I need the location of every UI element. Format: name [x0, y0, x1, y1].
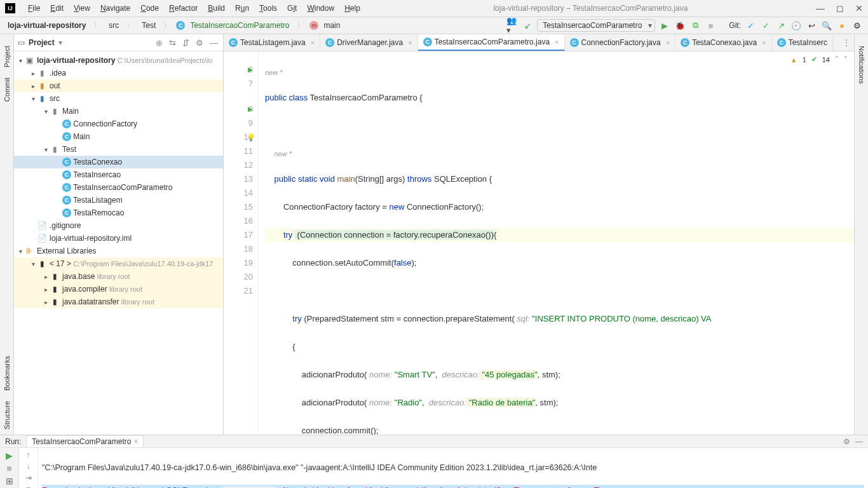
breadcrumb-class[interactable]: TestaInsercaoComParametro — [187, 21, 292, 30]
git-history-icon[interactable]: 🕘 — [790, 20, 802, 31]
menu-build[interactable]: Build — [203, 4, 230, 13]
down-icon[interactable]: ↓ — [27, 462, 31, 471]
menu-edit[interactable]: Edit — [45, 4, 69, 13]
ide-update-icon[interactable]: ● — [836, 20, 848, 31]
menu-tools[interactable]: Tools — [254, 4, 282, 13]
hide-icon[interactable]: — — [208, 38, 219, 48]
tab-drivermanager[interactable]: CDriverManager.java× — [320, 34, 417, 51]
menu-run[interactable]: Run — [230, 4, 254, 13]
ok-icon: ✔ — [811, 55, 817, 64]
warning-icon: ▲ — [790, 56, 797, 64]
coverage-icon[interactable]: ⧉ — [689, 20, 701, 31]
tab-active[interactable]: CTestaInsercaoComParametro.java× — [418, 34, 565, 51]
run-toolbar-left: ▶ ■ ⊞ 👁 📷 — [0, 448, 19, 488]
layout-icon[interactable]: ⊞ — [6, 476, 13, 486]
menu-git[interactable]: Git — [282, 4, 302, 13]
dropdown-icon[interactable]: ▾ — [58, 38, 62, 47]
breadcrumb-sep: 〉 — [91, 20, 104, 31]
minimize-button[interactable]: ― — [816, 3, 825, 13]
tab-structure[interactable]: Structure — [2, 396, 12, 435]
collapse-icon[interactable]: ⇵ — [181, 38, 191, 48]
breadcrumb-test[interactable]: Test — [139, 21, 158, 30]
tab-project[interactable]: Project — [2, 41, 12, 72]
settings-icon[interactable]: ⚙ — [194, 38, 205, 48]
tab-bookmarks[interactable]: Bookmarks — [2, 351, 12, 396]
git-rollback-icon[interactable]: ↩ — [806, 20, 817, 31]
menu-navigate[interactable]: Navigate — [95, 4, 135, 13]
folder-icon: ▭ — [18, 38, 25, 47]
breadcrumb-method[interactable]: main — [321, 21, 342, 30]
editor-area: CTestaListagem.java× CDriverManager.java… — [224, 34, 854, 435]
code-editor[interactable]: ▲1 ✔14 ˄ ˅ 6 7 8 9 10 11 12 13 14 15 16 … — [224, 51, 854, 435]
menu-file[interactable]: File — [23, 4, 45, 13]
expand-icon[interactable]: ⇆ — [168, 38, 177, 48]
inspection-widget[interactable]: ▲1 ✔14 ˄ ˅ — [790, 55, 848, 64]
left-tool-strip: Project Commit Bookmarks Structure — [0, 34, 14, 435]
menu-bar: IJ File Edit View Navigate Code Refactor… — [0, 0, 868, 17]
project-panel-title: Project — [29, 38, 55, 47]
gear-icon[interactable]: ⚙ — [843, 437, 850, 446]
run-tab[interactable]: TestaInsercaoComParametro × — [26, 435, 144, 447]
git-push-icon[interactable]: ↗ — [775, 20, 787, 31]
menu-refactor[interactable]: Refactor — [164, 4, 203, 13]
run-tool-window: Run: TestaInsercaoComParametro × ⚙ — ▶ ■… — [0, 435, 868, 488]
method-icon: m — [309, 21, 318, 30]
run-config-select[interactable]: TestaInsercaoComParametro — [537, 19, 655, 32]
app-logo: IJ — [5, 3, 15, 13]
window-title: loja-virtual-repository – TestaInsercaoC… — [365, 4, 816, 13]
class-icon: C — [176, 21, 185, 30]
users-icon[interactable]: 👥▾ — [506, 20, 518, 31]
chevron-down-icon[interactable]: ˅ — [844, 55, 848, 64]
more-icon[interactable]: ⋮ — [843, 38, 850, 47]
maximize-button[interactable]: ◻ — [836, 3, 844, 13]
chevron-up-icon[interactable]: ˄ — [835, 55, 839, 64]
search-icon[interactable]: 🔍 — [821, 20, 832, 31]
menu-code[interactable]: Code — [135, 4, 164, 13]
editor-tabs: CTestaListagem.java× CDriverManager.java… — [224, 34, 854, 51]
menu-window[interactable]: Window — [302, 4, 339, 13]
git-update-icon[interactable]: ✓ — [745, 20, 756, 31]
project-tree[interactable]: ▾▣loja-virtual-repository C:\Users\bruna… — [14, 51, 223, 435]
close-button[interactable]: ✕ — [855, 3, 863, 13]
console-output[interactable]: "C:\Program Files\Java\zulu17.40.19-ca-j… — [38, 448, 868, 488]
settings-icon[interactable]: ⚙ — [851, 20, 863, 31]
project-tool-window: ▭ Project ▾ ⊕ ⇆ ⇵ ⚙ — ▾▣loja-virtual-rep… — [14, 34, 224, 435]
git-commit-icon[interactable]: ✓ — [760, 20, 771, 31]
hide-icon[interactable]: — — [855, 437, 863, 446]
tab-overflow[interactable]: CTestaInserc — [772, 34, 833, 51]
run-toolbar-right: ↑ ↓ ⇥ ≡ 🖶 🗑 — [19, 448, 38, 488]
debug-icon[interactable]: 🐞 — [674, 20, 686, 31]
code-content[interactable]: new * public class TestaInsercaoComParam… — [259, 51, 854, 435]
tab-notifications[interactable]: Notifications — [857, 41, 867, 89]
right-tool-strip: Notifications — [854, 34, 868, 435]
locate-icon[interactable]: ⊕ — [154, 38, 164, 48]
stop-icon[interactable]: ■ — [705, 20, 716, 31]
run-icon[interactable]: ▶ — [659, 20, 670, 31]
tab-commit[interactable]: Commit — [2, 72, 12, 107]
navigation-bar: loja-virtual-repository 〉 src 〉 Test 〉 C… — [0, 17, 868, 34]
close-icon[interactable]: × — [311, 39, 315, 46]
scroll-icon[interactable]: ≡ — [26, 485, 31, 488]
run-title: Run: — [5, 437, 21, 446]
tab-connectionfactory[interactable]: CConnectionFactory.java× — [565, 34, 676, 51]
tab-testaconexao[interactable]: CTestaConexao.java× — [675, 34, 772, 51]
stop-icon[interactable]: ■ — [6, 463, 11, 473]
up-icon[interactable]: ↑ — [27, 451, 31, 459]
breadcrumb-root[interactable]: loja-virtual-repository — [5, 21, 88, 30]
rerun-icon[interactable]: ▶ — [6, 451, 13, 461]
wrap-icon[interactable]: ⇥ — [25, 473, 32, 482]
tree-selected-item: C TestaConexao — [14, 156, 223, 168]
tab-testalistagem[interactable]: CTestaListagem.java× — [224, 34, 320, 51]
back-icon[interactable]: ↙ — [522, 20, 533, 31]
menu-view[interactable]: View — [69, 4, 95, 13]
breadcrumb-src[interactable]: src — [106, 21, 121, 30]
git-label: Git: — [729, 21, 741, 30]
close-icon[interactable]: × — [133, 437, 138, 446]
editor-gutter: 6 7 8 9 10 11 12 13 14 15 16 17 18 19 20… — [224, 51, 259, 435]
menu-help[interactable]: Help — [339, 4, 365, 13]
